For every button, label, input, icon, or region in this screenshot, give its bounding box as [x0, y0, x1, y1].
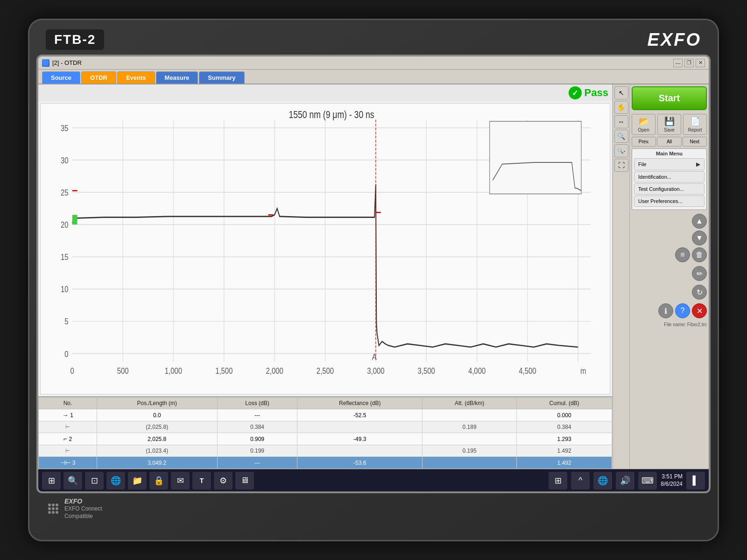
app3-button[interactable]: 🖥 — [235, 472, 254, 490]
svg-text:2,000: 2,000 — [266, 366, 283, 376]
mail-button[interactable]: ✉ — [171, 472, 190, 490]
svg-rect-45 — [490, 121, 581, 194]
cell-reflectance — [297, 445, 423, 457]
pass-check-icon: ✓ — [569, 86, 582, 99]
table-row[interactable]: ⌐2 2,025.8 0.909 -49.3 1.293 — [39, 433, 612, 445]
table-row[interactable]: ⊣⊢3 3,049.2 --- -53.6 1.492 — [39, 457, 612, 469]
cell-loss: 0.909 — [217, 433, 297, 445]
taskbar-time-display: 3:51 PM 8/6/2024 — [661, 473, 683, 488]
svg-point-46 — [48, 504, 51, 506]
chart-container: 0 5 10 15 20 25 30 35 0 500 1,000 — [40, 103, 610, 394]
pencil-button[interactable]: ✏ — [692, 266, 707, 281]
svg-text:4,000: 4,000 — [468, 366, 486, 376]
menu-file[interactable]: File ▶ — [634, 158, 705, 170]
edge-button[interactable]: 🌐 — [106, 472, 125, 490]
svg-point-47 — [52, 504, 55, 506]
search-button[interactable]: 🔍 — [63, 472, 82, 490]
cell-no: ⊢ — [39, 421, 97, 433]
zoom-out-tool[interactable]: 🔍- — [614, 144, 628, 157]
restore-button[interactable]: ❐ — [684, 59, 694, 67]
zoom-horz-tool[interactable]: ↔ — [614, 115, 628, 128]
open-button[interactable]: 📂 Open — [632, 114, 655, 135]
next-button[interactable]: Next — [683, 137, 707, 147]
col-pos: Pos./Length (m) — [97, 398, 217, 409]
taskbar-show-desktop[interactable]: ▌ — [686, 472, 705, 490]
down-button[interactable]: ▼ — [692, 231, 707, 245]
all-button[interactable]: All — [657, 137, 681, 147]
cell-pos: 3,049.2 — [97, 457, 217, 469]
file-arrow-icon: ▶ — [696, 161, 700, 168]
svg-rect-39 — [72, 215, 78, 224]
tab-source[interactable]: Source — [42, 71, 80, 84]
lines-button[interactable]: ≡ — [675, 247, 690, 262]
start-menu-button[interactable]: ⊞ — [42, 472, 61, 490]
title-bar-left: [2] - OTDR — [42, 59, 82, 67]
cell-loss: --- — [217, 457, 297, 469]
svg-text:5: 5 — [64, 317, 68, 327]
app1-button[interactable]: T — [192, 472, 211, 490]
start-button[interactable]: Start — [632, 86, 707, 110]
refresh-button[interactable]: ↻ — [692, 285, 707, 300]
chart-tools-column: ↖ ✋ ↔ 🔍 🔍- ⛶ — [613, 84, 629, 469]
svg-text:20: 20 — [61, 220, 69, 230]
table-row[interactable]: ⊢ (2,025.8) 0.384 0.189 0.384 — [39, 421, 612, 433]
svg-point-53 — [52, 511, 55, 514]
cell-att — [423, 409, 517, 421]
col-reflectance: Reflectance (dB) — [297, 398, 423, 409]
taskbar-network-button[interactable]: 🌐 — [593, 472, 612, 490]
table-row[interactable]: →1 0.0 --- -52.5 0.000 — [39, 409, 612, 421]
svg-text:25: 25 — [61, 188, 69, 197]
app2-button[interactable]: ⚙ — [214, 472, 233, 490]
explorer-button[interactable]: 📁 — [128, 472, 147, 490]
file-toolbar: 📂 Open 💾 Save 📄 Report — [632, 114, 707, 135]
save-label: Save — [664, 127, 675, 133]
tab-measure[interactable]: Measure — [156, 71, 198, 84]
svg-text:1,000: 1,000 — [165, 366, 182, 376]
cell-loss: 0.384 — [217, 421, 297, 433]
taskbar-keyboard-button[interactable]: ⊞ — [549, 472, 567, 490]
help-button[interactable]: ? — [675, 303, 690, 318]
svg-text:15: 15 — [61, 252, 69, 262]
events-table: No. Pos./Length (m) Loss (dB) Reflectanc… — [38, 397, 612, 469]
taskbar-input-button[interactable]: ⌨ — [638, 472, 657, 490]
col-cumul: Cumul. (dB) — [517, 398, 612, 409]
taskbar-chevron-button[interactable]: ^ — [571, 472, 590, 490]
save-button[interactable]: 💾 Save — [657, 114, 681, 135]
menu-test-config[interactable]: Test Configuration... — [634, 183, 705, 195]
cell-no: ⊣⊢3 — [39, 457, 97, 469]
pan-tool[interactable]: ✋ — [614, 101, 628, 114]
fit-tool[interactable]: ⛶ — [614, 159, 628, 172]
taskbar-sound-button[interactable]: 🔊 — [616, 472, 634, 490]
up-button[interactable]: ▲ — [692, 214, 707, 229]
menu-user-prefs[interactable]: User Preferences... — [634, 196, 705, 207]
close-icon-button[interactable]: ✕ — [692, 303, 707, 318]
table-row[interactable]: ⊢ (1,023.4) 0.199 0.195 1.492 — [39, 445, 612, 457]
info-button[interactable]: ℹ — [658, 303, 673, 318]
task-view-button[interactable]: ⊡ — [85, 472, 104, 490]
cursor-tool[interactable]: ↖ — [614, 86, 628, 99]
close-button[interactable]: ✕ — [696, 59, 705, 67]
cell-att — [423, 457, 517, 469]
action-sidebar: ▲ ▼ ≡ 🗑 ✏ — [632, 214, 707, 318]
tab-summary[interactable]: Summary — [199, 71, 244, 84]
cell-loss: 0.199 — [217, 445, 297, 457]
zoom-in-tool[interactable]: 🔍 — [614, 130, 628, 143]
cell-cumul: 1.492 — [517, 457, 612, 469]
menu-identification[interactable]: Identification... — [634, 171, 705, 182]
cell-att — [423, 433, 517, 445]
tab-otdr[interactable]: OTDR — [81, 71, 116, 84]
report-button[interactable]: 📄 Report — [683, 114, 707, 135]
minimize-button[interactable]: — — [673, 59, 683, 67]
pass-bar: ✓ Pass — [38, 84, 612, 101]
tab-events[interactable]: Events — [117, 71, 155, 84]
title-controls: — ❐ ✕ — [673, 59, 705, 67]
delete-button[interactable]: 🗑 — [692, 247, 707, 262]
main-content: ✓ Pass — [38, 84, 709, 469]
prev-button[interactable]: Prev. — [632, 137, 656, 147]
svg-text:3,500: 3,500 — [418, 366, 435, 376]
cell-reflectance: -49.3 — [297, 433, 423, 445]
footer-exfo-label: EXFO — [64, 497, 102, 505]
cell-reflectance: -53.6 — [297, 457, 423, 469]
svg-point-48 — [56, 504, 58, 506]
lock-button[interactable]: 🔒 — [149, 472, 168, 490]
